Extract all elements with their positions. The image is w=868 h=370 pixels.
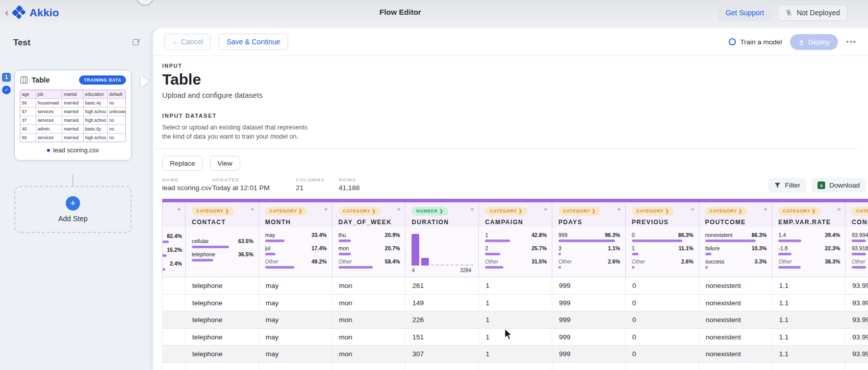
preview-cell: married <box>62 108 83 116</box>
type-badge-number[interactable]: NUMBER ❯ <box>412 207 448 216</box>
summary-label: 1 <box>632 245 635 251</box>
summary-percent: 86.3% <box>678 232 694 238</box>
filter-caret-icon[interactable] <box>763 208 768 211</box>
get-support-button[interactable]: Get Support <box>718 5 772 21</box>
filter-caret-icon[interactable] <box>324 208 328 211</box>
node-title: Table <box>32 76 75 84</box>
preview-cell: 56 <box>20 134 36 142</box>
project-title: Test <box>13 38 31 48</box>
akkio-logo[interactable]: Akkio <box>13 6 59 19</box>
type-badge-category[interactable]: CATEGORY ❯ <box>485 207 527 216</box>
view-button[interactable]: View <box>210 156 240 171</box>
step-number-badge: 1 <box>2 73 11 82</box>
filter-caret-icon[interactable] <box>177 208 181 211</box>
table-row[interactable]: telephonemaymon15119990nonexistent1.193.… <box>162 329 868 346</box>
type-badge-category[interactable]: CATEGORY ❯ <box>705 207 748 216</box>
sidebar-collapse-arrow-icon[interactable] <box>141 75 149 88</box>
filter-caret-icon[interactable] <box>544 208 548 211</box>
filter-caret-icon[interactable] <box>691 208 695 211</box>
cell: 93.99 <box>846 311 868 328</box>
column-header-previous[interactable]: CATEGORY ❯PREVIOUS <box>626 202 699 227</box>
cell: 226 <box>405 311 479 328</box>
preview-row: 37servicesmarriedhigh.schoono <box>20 116 125 124</box>
column-header-pdays[interactable]: CATEGORY ❯PDAYS <box>552 202 626 227</box>
column-summary: 086.3%111.1%Other2.6% <box>626 227 699 277</box>
filter-caret-icon[interactable] <box>470 208 474 211</box>
summary-label: -1.8 <box>778 245 787 251</box>
column-header-month[interactable]: CATEGORY ❯MONTH <box>259 202 333 227</box>
preview-header-cell: education <box>83 90 108 98</box>
table-row[interactable]: telephonemaymon14919990nonexistent1.193.… <box>162 295 868 312</box>
filter-caret-icon[interactable] <box>617 208 621 211</box>
summary-bar <box>558 266 561 269</box>
app-top-bar: ‹ Akkio Flow Editor Get Support Not Depl… <box>0 0 868 28</box>
summary-bar <box>558 240 615 242</box>
type-badge-category[interactable]: CATEGORY ❯ <box>558 207 601 216</box>
column-header-poutcome[interactable]: CATEGORY ❯POUTCOME <box>699 202 773 227</box>
summary-entry: Other49.2% <box>265 258 327 269</box>
summary-entry: -1.822.3% <box>778 245 840 255</box>
type-badge-category[interactable]: CATEGORY ❯ <box>778 207 821 216</box>
column-header-duration[interactable]: NUMBER ❯DURATION <box>405 202 479 227</box>
type-badge-category[interactable]: CATEGORY ❯ <box>632 207 674 216</box>
cell: 1.1 <box>772 311 846 328</box>
summary-entry-text: may33.4% <box>265 232 327 238</box>
summary-bar <box>705 266 708 269</box>
table-row[interactable]: telephonemaymon26119990nonexistent1.193.… <box>162 277 868 295</box>
table-row[interactable]: telephonemaymon30719990nonexistent1.193.… <box>162 346 868 363</box>
filter-button[interactable]: Filter <box>768 178 806 193</box>
back-chevron-icon[interactable]: ‹ <box>5 7 9 17</box>
type-badge-category[interactable]: CATEGORY ❯ <box>265 207 308 216</box>
more-options-button[interactable]: ••• <box>846 38 857 46</box>
preview-cell: services <box>36 116 62 124</box>
column-header-campaign[interactable]: CATEGORY ❯CAMPAIGN <box>479 202 552 227</box>
duration-histogram <box>412 232 473 266</box>
column-header-contact[interactable]: CATEGORY ❯CONTACT <box>186 202 259 227</box>
column-header-emp-var-rate[interactable]: CATEGORY ❯EMP.VAR.RATE <box>772 202 846 227</box>
summary-entry-text: jul17.4% <box>265 245 327 251</box>
type-badge-category[interactable]: CATEGORY ❯ <box>852 207 868 216</box>
cell: 93.99 <box>846 277 868 294</box>
type-badge-category[interactable]: CATEGORY ❯ <box>192 207 234 216</box>
input-dataset-heading: INPUT DATASET <box>162 113 868 119</box>
filter-caret-icon[interactable] <box>397 208 401 211</box>
column-header-clipped[interactable] <box>162 202 186 227</box>
type-badge-category[interactable]: CATEGORY ❯ <box>339 207 381 216</box>
not-deployed-button[interactable]: Not Deployed <box>778 5 848 21</box>
cell: nonexistent <box>699 295 773 311</box>
column-header-cons[interactable]: CATEGORY ❯CONS <box>846 202 868 227</box>
cancel-button[interactable]: ← Cancel <box>164 34 211 50</box>
add-step-button[interactable]: + Add Step <box>14 186 132 233</box>
download-button[interactable]: x Download <box>811 178 866 193</box>
save-continue-button[interactable]: Save & Continue <box>219 34 288 50</box>
cell: may <box>259 295 333 311</box>
cell: 93.99 <box>846 346 868 362</box>
replace-button[interactable]: Replace <box>162 156 203 171</box>
cell: may <box>259 277 333 294</box>
column-name: CONTACT <box>192 219 254 226</box>
column-summary: nonexistent86.3%failure10.3%success3.3% <box>699 227 773 277</box>
table-node-card[interactable]: Table TRAINING DATA agejobmaritaleducati… <box>14 70 132 161</box>
cell <box>162 295 186 311</box>
summary-label: 3 <box>558 245 561 251</box>
column-summary: 99996.3%31.1%Other2.6% <box>552 227 626 277</box>
table-row[interactable]: telephonemaymon22619990nonexistent1.193.… <box>162 311 868 329</box>
step-title: Table <box>162 71 868 88</box>
cell: 999 <box>552 277 626 294</box>
column-summary: 43284 <box>405 227 479 277</box>
edit-project-icon[interactable] <box>132 37 141 48</box>
train-a-model-option[interactable]: Train a model <box>729 38 782 46</box>
column-header-day-of-week[interactable]: CATEGORY ❯DAY_OF_WEEK <box>333 202 406 227</box>
summary-entry: 93.994 <box>852 232 868 242</box>
summary-bar <box>852 266 866 269</box>
filter-caret-icon[interactable] <box>250 208 254 211</box>
filter-caret-icon[interactable] <box>837 208 841 211</box>
summary-label: Other <box>558 258 572 265</box>
summary-entry: may33.4% <box>265 232 327 242</box>
summary-bar <box>778 240 801 242</box>
preview-cell: unknown <box>107 108 125 116</box>
deploy-button[interactable]: Deploy <box>790 34 838 50</box>
summary-label: 0 <box>632 232 635 238</box>
clipped-avatar-circle <box>136 0 154 6</box>
cell: nonexistent <box>699 277 773 294</box>
